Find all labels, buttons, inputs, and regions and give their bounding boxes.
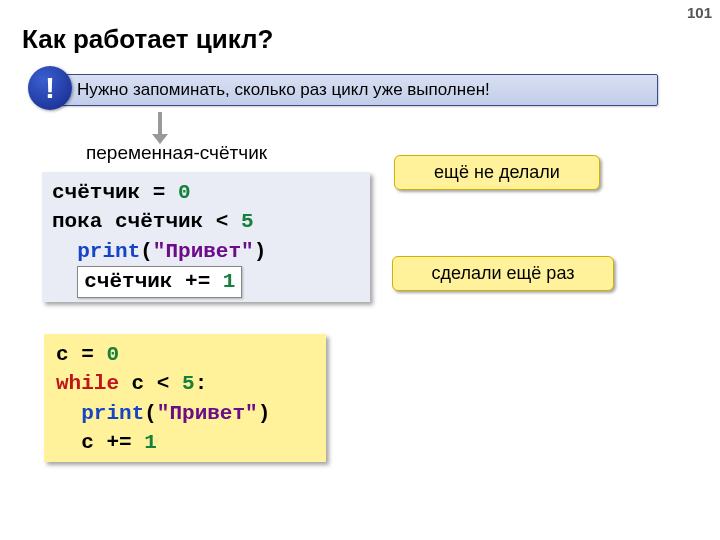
py-l3-str: "Привет" bbox=[157, 402, 258, 425]
callout-done-once-more: сделали ещё раз bbox=[392, 256, 614, 291]
py-l3-paren-close: ) bbox=[258, 402, 271, 425]
pseudo-line-3: print("Привет") bbox=[52, 237, 360, 266]
python-code-block: c = 0 while c < 5: print("Привет") c += … bbox=[44, 334, 326, 462]
pseudo-l4-num: 1 bbox=[223, 270, 236, 293]
note-text: Нужно запоминать, сколько раз цикл уже в… bbox=[77, 80, 490, 100]
pseudo-line-1: счётчик = 0 bbox=[52, 178, 360, 207]
pseudo-line-2: пока счётчик < 5 bbox=[52, 207, 360, 236]
py-l2-kw: while bbox=[56, 372, 119, 395]
pseudo-l3-fn: print bbox=[77, 240, 140, 263]
pseudocode-block: счётчик = 0 пока счётчик < 5 print("Прив… bbox=[42, 172, 370, 302]
py-line-1: c = 0 bbox=[56, 340, 314, 369]
exclamation-badge: ! bbox=[28, 66, 72, 110]
py-l4-var: c bbox=[81, 431, 94, 454]
py-l1-var: c bbox=[56, 343, 69, 366]
py-line-3: print("Привет") bbox=[56, 399, 314, 428]
py-l2-num: 5 bbox=[182, 372, 195, 395]
pseudo-l2-num: 5 bbox=[241, 210, 254, 233]
py-line-4: c += 1 bbox=[56, 428, 314, 457]
note-bar: Нужно запоминать, сколько раз цикл уже в… bbox=[52, 74, 658, 106]
pseudo-l3-paren-open: ( bbox=[140, 240, 153, 263]
pseudo-line-4: счётчик += 1 bbox=[52, 266, 360, 297]
pseudo-l2-text: пока счётчик < bbox=[52, 210, 241, 233]
py-l1-num: 0 bbox=[106, 343, 119, 366]
py-l4-num: 1 bbox=[144, 431, 157, 454]
slide-title: Как работает цикл? bbox=[22, 24, 273, 55]
pseudo-l3-paren-close: ) bbox=[254, 240, 267, 263]
pseudo-l4-highlight: счётчик += 1 bbox=[77, 266, 242, 297]
py-l3-paren-open: ( bbox=[144, 402, 157, 425]
py-line-2: while c < 5: bbox=[56, 369, 314, 398]
py-l2-cond: c < bbox=[119, 372, 182, 395]
pseudo-l4-text: счётчик += bbox=[84, 270, 223, 293]
py-l2-colon: : bbox=[195, 372, 208, 395]
pseudo-l3-str: "Привет" bbox=[153, 240, 254, 263]
py-l4-op: += bbox=[94, 431, 144, 454]
page-number: 101 bbox=[687, 4, 712, 21]
arrow-down-icon bbox=[158, 112, 162, 136]
pseudo-l1-text: счётчик = bbox=[52, 181, 178, 204]
py-l1-eq: = bbox=[69, 343, 107, 366]
pseudo-l1-num: 0 bbox=[178, 181, 191, 204]
counter-variable-label: переменная-счётчик bbox=[86, 142, 267, 164]
callout-not-done-yet: ещё не делали bbox=[394, 155, 600, 190]
py-l3-fn: print bbox=[81, 402, 144, 425]
